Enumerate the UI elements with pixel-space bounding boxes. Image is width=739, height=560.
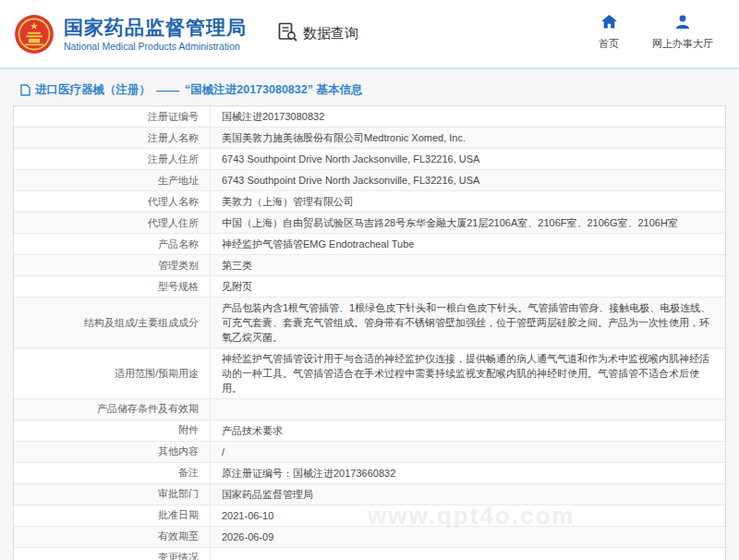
document-icon — [20, 84, 30, 96]
org-subtitle: National Medical Products Administration — [64, 41, 247, 52]
table-row: 批准日期2021-06-10 — [14, 505, 725, 527]
breadcrumb-title: “国械注进20173080832” 基本信息 — [185, 82, 362, 98]
nav-item-service-hall[interactable]: 网上办事大厅 — [652, 15, 713, 51]
row-value: 2021-06-10 — [211, 505, 725, 526]
row-value: 神经监护气管插管设计用于与合适的神经监护仪连接，提供畅通的病人通气气道和作为术中… — [211, 348, 725, 398]
row-value: 6743 Southpoint Drive North Jacksonville… — [211, 149, 725, 169]
row-value: 中国（上海）自由贸易试验区马吉路28号东华金融大厦21层2106A室、2106F… — [211, 213, 725, 233]
row-label: 管理类别 — [14, 255, 211, 275]
table-row: 产品名称神经监护气管插管EMG Endotracheal Tube — [14, 234, 725, 255]
row-label: 附件 — [14, 420, 211, 441]
row-value: 美国美敦力施美德股份有限公司Medtronic Xomed, Inc. — [211, 128, 725, 148]
row-value: 第三类 — [211, 255, 725, 275]
table-row: 管理类别第三类 — [14, 255, 725, 276]
row-value — [211, 399, 725, 420]
table-row: 适用范围/预期用途神经监护气管插管设计用于与合适的神经监护仪连接，提供畅通的病人… — [14, 348, 725, 399]
row-label: 代理人住所 — [14, 213, 211, 233]
header-right-nav: 首页 网上办事大厅 — [565, 15, 713, 51]
row-value: 6743 Southpoint Drive North Jacksonville… — [211, 170, 725, 190]
row-value: 国械注进20173080832 — [211, 106, 725, 127]
row-value: 原注册证编号：国械注进20173660832 — [211, 463, 725, 483]
row-value: 国家药品监督管理局 — [211, 484, 725, 505]
org-title-block: 国家药品监督管理局 National Medical Products Admi… — [64, 17, 247, 52]
row-value: 神经监护气管插管EMG Endotracheal Tube — [211, 234, 725, 254]
row-label: 注册证编号 — [14, 106, 211, 127]
table-row: 其他内容/ — [14, 442, 725, 463]
row-label: 其他内容 — [14, 442, 211, 462]
table-row: 变更情况 — [14, 548, 725, 560]
row-value: 产品包装内含1根气管插管、1根绿色皮下针头和一根白色皮下针头。气管插管由管身、接… — [211, 298, 725, 347]
row-value: 见附页 — [211, 276, 725, 297]
document-search-icon — [278, 22, 298, 46]
row-label: 产品储存条件及有效期 — [14, 399, 211, 420]
table-row: 附件产品技术要求 — [14, 420, 725, 442]
table-row: 结构及组成/主要组成成分产品包装内含1根气管插管、1根绿色皮下针头和一根白色皮下… — [14, 298, 725, 348]
row-label: 产品名称 — [14, 234, 211, 254]
breadcrumb: 进口医疗器械（注册） —— “国械注进20173080832” 基本信息 — [20, 82, 739, 98]
row-label: 结构及组成/主要组成成分 — [14, 298, 211, 347]
row-label: 注册人名称 — [14, 128, 211, 148]
table-row: 注册人住所6743 Southpoint Drive North Jackson… — [14, 149, 725, 170]
data-query-nav[interactable]: 数据查询 — [278, 22, 358, 46]
row-label: 生产地址 — [14, 170, 211, 190]
breadcrumb-category[interactable]: 进口医疗器械（注册） — [35, 82, 151, 98]
table-row: 备注原注册证编号：国械注进20173660832 — [14, 463, 725, 484]
org-title: 国家药品监督管理局 — [64, 17, 247, 39]
china-national-emblem-icon — [14, 14, 55, 55]
row-value — [211, 548, 725, 560]
data-query-label: 数据查询 — [303, 25, 358, 43]
registration-info-table: 注册证编号国械注进20173080832注册人名称美国美敦力施美德股份有限公司M… — [13, 105, 726, 560]
row-value: 美敦力（上海）管理有限公司 — [211, 191, 725, 212]
table-row: 产品储存条件及有效期 — [14, 399, 725, 420]
row-label: 有效期至 — [14, 527, 211, 547]
row-label: 注册人住所 — [14, 149, 211, 169]
table-row: 生产地址6743 Southpoint Drive North Jacksonv… — [14, 170, 725, 191]
table-row: 型号规格见附页 — [14, 276, 725, 298]
home-icon — [601, 15, 617, 32]
row-label: 适用范围/预期用途 — [14, 348, 211, 398]
nmpa-logo[interactable]: 国家药品监督管理局 National Medical Products Admi… — [14, 14, 247, 55]
row-label: 备注 — [14, 463, 211, 483]
row-label: 代理人名称 — [14, 191, 211, 212]
row-value: 2026-06-09 — [211, 527, 725, 547]
nav-service-hall-label: 网上办事大厅 — [652, 37, 713, 51]
row-label: 型号规格 — [14, 276, 211, 297]
table-row: 注册证编号国械注进20173080832 — [14, 106, 725, 128]
row-label: 审批部门 — [14, 484, 211, 505]
user-icon — [675, 15, 690, 32]
breadcrumb-dash: —— — [156, 84, 179, 97]
nav-home-label: 首页 — [599, 37, 619, 51]
site-header: 国家药品监督管理局 National Medical Products Admi… — [0, 0, 739, 69]
row-label: 批准日期 — [14, 505, 211, 526]
nav-item-home[interactable]: 首页 — [599, 15, 619, 51]
row-value: / — [211, 442, 725, 462]
row-value: 产品技术要求 — [211, 420, 725, 441]
table-row: 代理人名称美敦力（上海）管理有限公司 — [14, 191, 725, 213]
table-row: 注册人名称美国美敦力施美德股份有限公司Medtronic Xomed, Inc. — [14, 128, 725, 149]
table-row: 代理人住所中国（上海）自由贸易试验区马吉路28号东华金融大厦21层2106A室、… — [14, 213, 725, 234]
table-row: 有效期至2026-06-09 — [14, 527, 725, 548]
table-row: 审批部门国家药品监督管理局 — [14, 484, 725, 505]
row-label: 变更情况 — [14, 548, 211, 560]
